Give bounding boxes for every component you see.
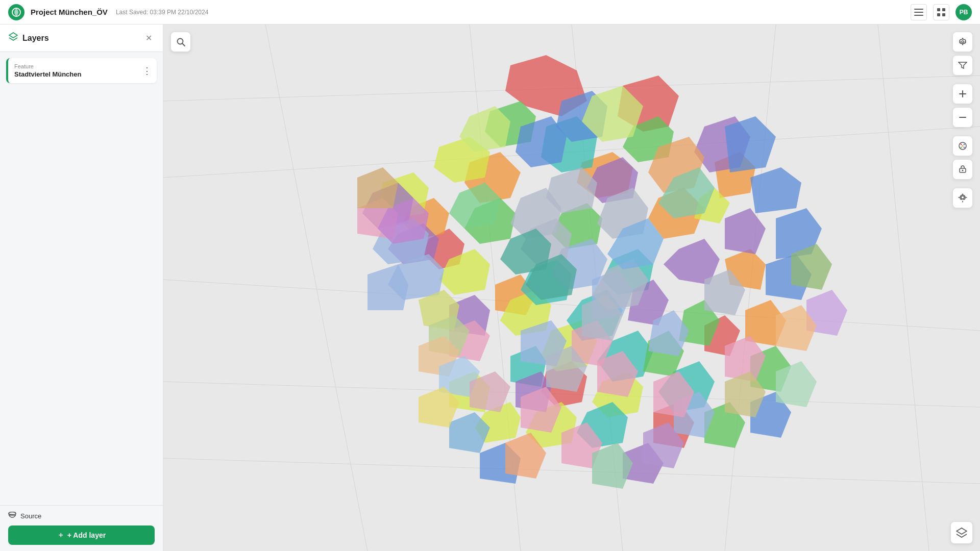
svg-point-137 <box>961 147 962 148</box>
layers-sidebar: Layers ✕ Feature Stadtviertel München ⋮ … <box>0 24 163 551</box>
last-saved-text: Last Saved: 03:39 PM 22/10/2024 <box>116 9 208 16</box>
layer-type-label: Feature <box>14 63 151 69</box>
sidebar-header: Layers ✕ <box>0 24 163 52</box>
svg-rect-4 <box>937 8 940 11</box>
grid-icon-btn[interactable] <box>933 4 949 20</box>
filter-icon-btn[interactable] <box>952 55 973 76</box>
svg-point-139 <box>962 145 964 147</box>
add-layer-text: + Add layer <box>67 531 106 539</box>
add-layer-button[interactable]: ＋ + Add layer <box>8 525 155 545</box>
svg-rect-2 <box>914 12 923 13</box>
search-location-icon-btn[interactable] <box>952 188 973 208</box>
svg-point-141 <box>962 170 964 171</box>
svg-rect-1 <box>914 9 923 10</box>
svg-rect-7 <box>942 13 945 16</box>
svg-rect-5 <box>942 8 945 11</box>
close-sidebar-button[interactable]: ✕ <box>142 32 155 44</box>
map-layers-toggle-button[interactable] <box>950 521 973 544</box>
palette-icon-btn[interactable] <box>952 136 973 156</box>
layer-item[interactable]: Feature Stadtviertel München ⋮ <box>6 58 157 83</box>
svg-point-130 <box>962 41 964 43</box>
app-logo <box>8 4 24 20</box>
zoom-out-button[interactable] <box>952 107 973 128</box>
svg-point-8 <box>9 512 16 515</box>
layer-name-label: Stadtviertel München <box>14 70 151 78</box>
map-background <box>163 24 980 551</box>
map-search-button[interactable] <box>170 32 191 52</box>
menu-icon-btn[interactable] <box>911 4 927 20</box>
sidebar-title: Layers <box>22 34 142 43</box>
layers-list: Feature Stadtviertel München ⋮ <box>0 52 163 505</box>
add-layer-plus-icon: ＋ <box>57 531 64 540</box>
source-row[interactable]: Source <box>8 512 155 520</box>
construction-icon-btn[interactable] <box>952 159 973 180</box>
map-container[interactable] <box>163 24 980 551</box>
svg-point-135 <box>961 144 962 145</box>
svg-point-136 <box>964 144 965 145</box>
svg-rect-6 <box>937 13 940 16</box>
svg-rect-3 <box>914 15 923 16</box>
zoom-in-button[interactable] <box>952 84 973 104</box>
source-label: Source <box>20 512 41 520</box>
settings-icon-btn[interactable] <box>952 32 973 52</box>
right-toolbar <box>952 32 973 208</box>
project-title: Project München_ÖV <box>31 8 108 16</box>
svg-line-129 <box>182 43 185 46</box>
svg-point-138 <box>964 147 965 148</box>
user-avatar[interactable]: PB <box>955 4 972 20</box>
source-icon <box>8 512 16 520</box>
layer-menu-button[interactable]: ⋮ <box>142 65 152 77</box>
sidebar-footer: Source ＋ + Add layer <box>0 505 163 551</box>
app-header: Project München_ÖV Last Saved: 03:39 PM … <box>0 0 980 24</box>
layers-icon <box>8 32 18 44</box>
